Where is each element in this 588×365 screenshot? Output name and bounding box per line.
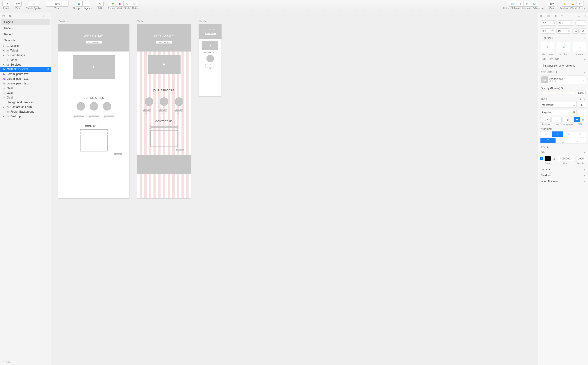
add-border-icon[interactable]: ＋ (583, 168, 586, 171)
pin-to-edge-control[interactable]: ⊞ (541, 42, 554, 52)
fix-size-control[interactable]: ⇲ (557, 42, 570, 52)
slider-thumb[interactable] (572, 92, 574, 94)
height-input[interactable]: 49H (556, 28, 571, 34)
fill-enable-checkbox[interactable] (540, 157, 543, 160)
preview-button[interactable]: ▶ (562, 1, 569, 7)
align-right-button[interactable]: ≡ (563, 132, 575, 137)
layer-text-our-services[interactable]: AaOUR SERVICES👁 (0, 67, 51, 72)
artboard-tablet[interactable]: WELCOMEGET STARTED OUR SERVICES This is … (137, 24, 191, 198)
align-top-icon[interactable]: ⎴ (567, 14, 568, 17)
align-center-button[interactable]: ≡ (552, 132, 564, 137)
collapse-pages-icon[interactable]: ⌃ (47, 14, 49, 18)
add-icon[interactable]: ＋ (583, 58, 586, 61)
layer-oval[interactable]: ○Oval (0, 91, 51, 95)
section-title-services-selected[interactable]: OUR SERVICES (154, 89, 174, 92)
layer-group-contact[interactable]: ▶🗀Contact Us Form (0, 105, 51, 109)
fill-color-swatch[interactable] (545, 156, 551, 161)
chevron-down-icon[interactable]: ⌄ (584, 146, 586, 149)
disclosure-icon[interactable]: ▶ (2, 54, 5, 56)
align-left-icon[interactable]: |◧ (540, 14, 543, 17)
font-size-input[interactable]: 40 (578, 102, 586, 108)
page-item[interactable]: Page 2 (1, 25, 50, 31)
fill-opacity-input[interactable]: 100% (576, 156, 586, 161)
edit-button[interactable]: ✎ (96, 1, 104, 7)
align-right-icon[interactable]: ◨| (554, 14, 557, 17)
page-item[interactable]: Symbols (1, 37, 50, 43)
data-button[interactable]: ≡ ▾ (14, 1, 22, 7)
flatten-button[interactable]: ▭ (131, 1, 138, 7)
flip-h-button[interactable]: ⇋ (573, 28, 579, 34)
x-input[interactable]: 212X (540, 21, 556, 26)
font-family-select[interactable]: Montserrat⌄ (540, 102, 577, 108)
layer-artboard-desktop[interactable]: ▶▭Desktop (0, 114, 51, 119)
layer-text[interactable]: AaLorem ipsum text (0, 72, 51, 77)
view-button[interactable]: ▦ ▾ (548, 1, 555, 7)
blend-mode-icon[interactable]: ⇅ (561, 87, 563, 90)
distribute-v-icon[interactable]: ⇕ (584, 14, 586, 17)
ungroup-button[interactable]: ▢ (82, 1, 90, 7)
fixed-width-button[interactable]: ▭ (580, 117, 586, 122)
chevron-down-icon[interactable]: ⌄ (584, 37, 586, 40)
add-shadow-icon[interactable]: ＋ (583, 174, 586, 177)
valign-top-button[interactable]: ⎴ (540, 138, 556, 143)
layer-group-services[interactable]: ▼🗀Services (0, 62, 51, 67)
page-item[interactable]: Page 3 (1, 31, 50, 37)
opacity-value[interactable]: 100% (576, 91, 586, 95)
layer-oval[interactable]: ○Oval (0, 86, 51, 91)
create-symbol-button[interactable]: ⟳ (28, 1, 39, 7)
width-input[interactable]: 306W (540, 28, 555, 34)
disclosure-icon[interactable]: ▼ (2, 49, 5, 52)
zoom-out-button[interactable]: − (46, 1, 53, 7)
artboard-label-tablet[interactable]: Tablet (137, 20, 191, 23)
disclosure-icon[interactable]: ▶ (2, 45, 5, 47)
add-page-icon[interactable]: ＋ (42, 14, 45, 18)
mask-button[interactable]: ◐ (116, 1, 124, 7)
line-height-input[interactable]: 49 (552, 117, 562, 123)
fill-preview-icon[interactable]: ◑ (553, 157, 557, 160)
artboard-label-desktop[interactable]: Desktop (58, 20, 129, 23)
gear-icon[interactable]: ⚙ (580, 98, 582, 100)
layer-symbol-video[interactable]: ⟳Video (0, 58, 51, 62)
layer-oval[interactable]: ○Oval (0, 95, 51, 100)
group-button[interactable]: ▣ (75, 1, 83, 7)
artboard-label-mobile[interactable]: Mobile (199, 20, 222, 23)
rotate-button[interactable]: ⟲ (109, 1, 116, 7)
chevron-down-icon[interactable]: ⌄ (583, 78, 585, 81)
font-weight-select[interactable]: Regular⇅ (540, 110, 577, 115)
fix-position-checkbox[interactable] (541, 64, 544, 67)
insert-button[interactable]: ＋ ▾ (2, 1, 10, 7)
filter-bar[interactable]: ⊙Filter (0, 359, 51, 365)
paragraph-spacing-input[interactable]: 0 (563, 117, 573, 123)
hex-input[interactable]: #000000 (558, 156, 575, 161)
text-style-selector[interactable]: Aa Header Text*Styles/ ⌄ (540, 75, 586, 84)
align-bottom-icon[interactable]: ⎵ (578, 14, 580, 17)
canvas[interactable]: Desktop WELCOMEGET STARTED OUR SERVICES … (51, 13, 538, 365)
artboard-mobile[interactable]: WELCOMEGET STARTED OUR SERVICES This is … (199, 24, 222, 96)
chevron-down-icon[interactable]: ⌄ (584, 71, 586, 73)
char-spacing-input[interactable]: 0.07 (540, 117, 551, 123)
text-options-button[interactable]: ⋯ (578, 110, 586, 115)
disclosure-icon[interactable]: ▶ (2, 106, 5, 108)
layer-text[interactable]: AaLorem ipsum text (0, 81, 51, 86)
artboard-desktop[interactable]: WELCOMEGET STARTED OUR SERVICES This is … (58, 24, 129, 198)
difference-button[interactable]: ◪ (531, 1, 538, 7)
align-justify-button[interactable]: ≡ (575, 132, 586, 137)
y-input[interactable]: 997Y (558, 21, 574, 26)
opacity-slider[interactable] (541, 93, 574, 93)
layer-artboard-tablet[interactable]: ▼▭Tablet (0, 48, 51, 53)
valign-bottom-button[interactable]: ⎵ (571, 138, 586, 143)
zoom-value[interactable]: 30% (53, 1, 61, 7)
add-inner-shadow-icon[interactable]: ＋ (583, 180, 586, 183)
layer-rect[interactable]: ▭Footer Background (0, 109, 51, 114)
disclosure-icon[interactable]: ▶ (2, 115, 5, 118)
subtract-button[interactable]: ◨ (516, 1, 523, 7)
flip-v-button[interactable]: ⇵ (580, 28, 586, 34)
valign-middle-button[interactable]: ⎯ (556, 138, 571, 143)
distribute-h-icon[interactable]: ⇔ (561, 14, 563, 17)
auto-width-button[interactable]: ⇔ (574, 117, 580, 122)
union-button[interactable]: ◧ (509, 1, 516, 7)
align-left-button[interactable]: ≡ (540, 132, 552, 137)
disclosure-icon[interactable]: ▼ (2, 63, 5, 66)
align-center-h-icon[interactable]: ◫ (547, 14, 550, 17)
layer-group-hero[interactable]: ▶🗀Hero Image (0, 53, 51, 58)
